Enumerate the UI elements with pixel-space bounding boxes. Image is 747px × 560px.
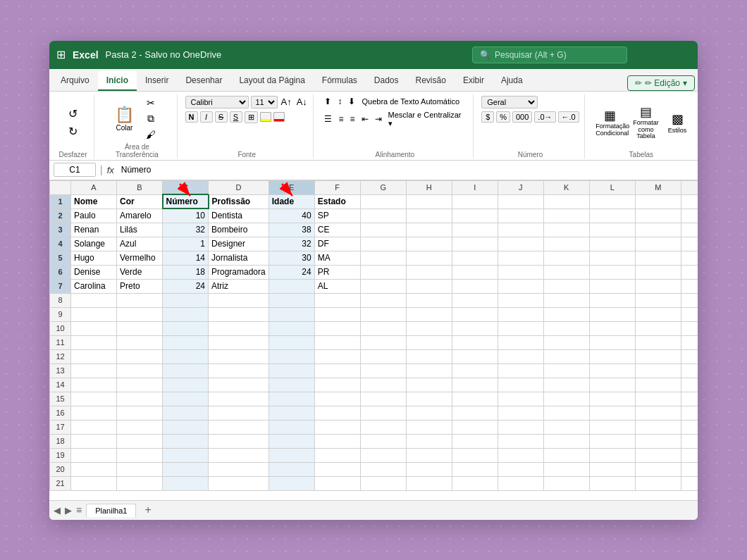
cell-L17[interactable] xyxy=(589,420,635,434)
cell-M20[interactable] xyxy=(635,462,681,476)
cell-B17[interactable] xyxy=(117,420,163,434)
cell-J20[interactable] xyxy=(498,462,543,476)
cell-K20[interactable] xyxy=(543,462,589,476)
cell-K11[interactable] xyxy=(543,335,589,349)
row-header-2[interactable]: 2 xyxy=(50,209,71,223)
cell-C21[interactable] xyxy=(163,476,209,490)
tab-revisao[interactable]: Revisão xyxy=(407,71,455,91)
cell-A4[interactable]: Solange xyxy=(71,237,117,251)
cell-A9[interactable] xyxy=(71,307,117,321)
cell-C1[interactable]: Número xyxy=(163,194,209,209)
cell-M12[interactable] xyxy=(635,349,681,363)
cell-E11[interactable] xyxy=(268,335,314,349)
cell-L7[interactable] xyxy=(589,279,635,293)
row-header-16[interactable]: 16 xyxy=(50,406,71,420)
cell-F6[interactable]: PR xyxy=(314,265,360,279)
cell-N18[interactable] xyxy=(681,434,698,448)
cell-D15[interactable] xyxy=(209,392,269,406)
cell-I1[interactable] xyxy=(452,194,498,209)
cell-A13[interactable] xyxy=(71,363,117,378)
cell-I10[interactable] xyxy=(452,321,498,335)
row-header-8[interactable]: 8 xyxy=(50,293,71,307)
cell-F1[interactable]: Estado xyxy=(314,194,360,209)
cell-B5[interactable]: Vermelho xyxy=(117,251,163,265)
cell-F8[interactable] xyxy=(314,293,360,307)
cell-E19[interactable] xyxy=(268,448,314,462)
row-header-11[interactable]: 11 xyxy=(50,335,71,349)
undo-button[interactable]: ↺ xyxy=(62,106,85,122)
cell-F4[interactable]: DF xyxy=(314,237,360,251)
cell-N1[interactable] xyxy=(681,194,698,209)
col-header-L[interactable]: L xyxy=(589,180,635,194)
cell-D17[interactable] xyxy=(209,420,269,434)
cell-D3[interactable]: Bombeiro xyxy=(209,223,269,237)
cell-I8[interactable] xyxy=(452,293,498,307)
row-header-3[interactable]: 3 xyxy=(50,223,71,237)
cell-L14[interactable] xyxy=(589,378,635,392)
decrease-decimal-button[interactable]: ←.0 xyxy=(558,111,579,123)
cell-L15[interactable] xyxy=(589,392,635,406)
cell-J21[interactable] xyxy=(498,476,543,490)
underline-button[interactable]: S xyxy=(230,111,242,123)
cell-B3[interactable]: Lilás xyxy=(117,223,163,237)
cell-N2[interactable] xyxy=(681,209,698,223)
cell-A14[interactable] xyxy=(71,378,117,392)
merge-center-button[interactable]: Mesclar e Centralizar ▾ xyxy=(386,110,468,129)
cell-C4[interactable]: 1 xyxy=(163,237,209,251)
cell-E14[interactable] xyxy=(268,378,314,392)
cell-L20[interactable] xyxy=(589,462,635,476)
row-header-4[interactable]: 4 xyxy=(50,237,71,251)
cell-N7[interactable] xyxy=(681,279,698,293)
cell-A2[interactable]: Paulo xyxy=(71,209,117,223)
cell-H13[interactable] xyxy=(406,363,452,378)
italic-button[interactable]: I xyxy=(200,111,213,123)
cell-I12[interactable] xyxy=(452,349,498,363)
cell-M19[interactable] xyxy=(635,448,681,462)
cell-J6[interactable] xyxy=(498,265,543,279)
cell-E18[interactable] xyxy=(268,434,314,448)
row-header-17[interactable]: 17 xyxy=(50,420,71,434)
cell-C2[interactable]: 10 xyxy=(163,209,209,223)
tab-arquivo[interactable]: Arquivo xyxy=(52,71,98,91)
cell-G7[interactable] xyxy=(360,279,406,293)
col-header-G[interactable]: G xyxy=(360,180,406,194)
cell-K17[interactable] xyxy=(543,420,589,434)
cell-I4[interactable] xyxy=(452,237,498,251)
cell-I5[interactable] xyxy=(452,251,498,265)
row-header-21[interactable]: 21 xyxy=(50,476,71,490)
row-header-13[interactable]: 13 xyxy=(50,363,71,378)
cell-L11[interactable] xyxy=(589,335,635,349)
cell-M16[interactable] xyxy=(635,406,681,420)
cell-G1[interactable] xyxy=(360,194,406,209)
cell-D16[interactable] xyxy=(209,406,269,420)
cell-G15[interactable] xyxy=(360,392,406,406)
cell-I9[interactable] xyxy=(452,307,498,321)
bold-button[interactable]: N xyxy=(185,111,198,123)
cell-M6[interactable] xyxy=(635,265,681,279)
percent-button[interactable]: % xyxy=(496,111,510,123)
format-painter-button[interactable]: 🖌 xyxy=(140,127,162,142)
col-header-A[interactable]: A xyxy=(71,180,117,194)
cell-E15[interactable] xyxy=(268,392,314,406)
cell-G9[interactable] xyxy=(360,307,406,321)
cell-M5[interactable] xyxy=(635,251,681,265)
cell-H8[interactable] xyxy=(406,293,452,307)
cell-I7[interactable] xyxy=(452,279,498,293)
cell-I11[interactable] xyxy=(452,335,498,349)
cell-B1[interactable]: Cor xyxy=(117,194,163,209)
cell-N21[interactable] xyxy=(681,476,698,490)
cell-F2[interactable]: SP xyxy=(314,209,360,223)
cell-A1[interactable]: Nome xyxy=(71,194,117,209)
cell-L16[interactable] xyxy=(589,406,635,420)
cell-K10[interactable] xyxy=(543,321,589,335)
col-header-J[interactable]: J xyxy=(498,180,543,194)
cell-F20[interactable] xyxy=(314,462,360,476)
cell-D2[interactable]: Dentista xyxy=(209,209,269,223)
cell-J7[interactable] xyxy=(498,279,543,293)
cell-I18[interactable] xyxy=(452,434,498,448)
cell-G5[interactable] xyxy=(360,251,406,265)
row-header-10[interactable]: 10 xyxy=(50,321,71,335)
fill-color-button[interactable] xyxy=(260,112,271,122)
cell-D9[interactable] xyxy=(209,307,269,321)
wrap-text-button[interactable]: Quebra de Texto Automático xyxy=(359,97,462,106)
